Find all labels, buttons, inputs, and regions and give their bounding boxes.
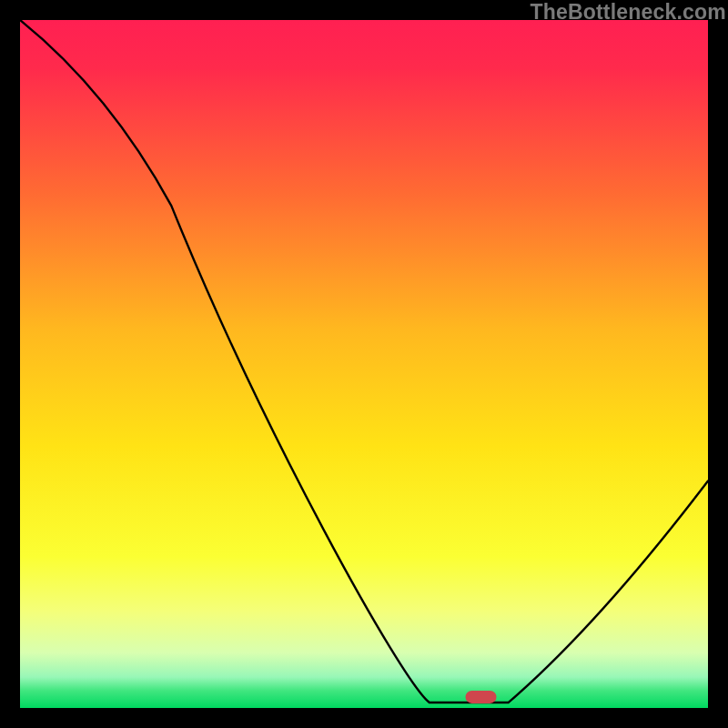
plot-area — [20, 20, 708, 708]
optimum-marker — [466, 691, 497, 703]
chart-canvas: TheBottleneck.com — [0, 0, 728, 728]
plot-svg — [20, 20, 708, 708]
